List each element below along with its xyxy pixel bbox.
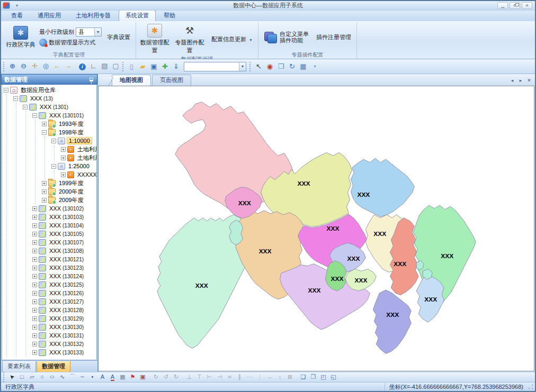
bring-front-icon[interactable]: ◰ [319,373,328,381]
expand-icon[interactable]: + [42,181,47,186]
callout-icon[interactable]: ▣ [138,373,147,381]
tree-node[interactable]: +XXX(130127) [32,297,96,306]
oval-icon[interactable]: ○ [48,373,57,381]
tree-node[interactable]: +2009年度 [42,196,96,204]
add-data-icon[interactable]: ✚ [160,61,170,71]
refresh-icon[interactable]: ↻ [287,61,297,71]
expand-icon[interactable]: + [61,156,66,160]
tree-node[interactable]: +XXX(130103) [32,213,96,221]
tab-data-management[interactable]: 数据管理 [37,361,70,372]
stamp-icon[interactable]: ▤ [100,61,110,71]
expand-icon[interactable]: + [32,333,37,338]
resize-grip[interactable] [528,384,534,390]
expand-icon[interactable]: + [61,172,66,177]
collapse-icon[interactable]: − [23,105,28,110]
custom-menu-plugin-button[interactable]: 自定义菜单 插件功能 [261,29,311,45]
map-region[interactable] [229,220,243,245]
measure-icon[interactable]: ∟ [88,61,99,71]
tab-scroll-left-icon[interactable]: ◂ [508,77,516,84]
zoom-in-icon[interactable]: ⊕ [7,61,17,71]
tree-node[interactable]: +XXX(130123) [32,263,96,272]
expand-icon[interactable]: + [32,240,37,245]
expand-icon[interactable]: + [32,308,37,313]
expand-icon[interactable]: + [32,325,37,330]
expand-icon[interactable]: + [32,249,37,253]
expand-icon[interactable]: + [32,299,37,304]
open-folder-icon[interactable]: ▰ [138,61,148,71]
pan-icon[interactable]: ✛ [30,61,40,71]
toolbar-grip[interactable] [3,372,6,382]
toolbar-grip[interactable] [249,62,252,71]
freehand-icon[interactable]: ∼ [78,373,87,381]
chevron-down-icon[interactable]: ▼ [94,28,101,36]
text-icon[interactable]: A [98,373,107,381]
tree-node[interactable]: +XXX(130130) [32,323,96,331]
expand-icon[interactable]: + [32,266,37,270]
expand-icon[interactable]: + [42,198,47,203]
map-region[interactable] [373,290,411,353]
expand-icon[interactable]: + [32,257,37,262]
tree-node[interactable]: −⌂数据应用仓库 [4,86,96,94]
next-extent-icon[interactable]: → [63,61,73,71]
pin-icon[interactable]: ⚑ [128,373,137,381]
expand-icon[interactable]: + [42,122,47,126]
tab-scroll-right-icon[interactable]: ▸ [517,77,524,84]
tree-node[interactable]: +XXX(130131) [32,331,96,340]
map-canvas[interactable]: XXXXXXXXXXXXXXXXXXXXXXXXXXXXXXXXXXXXXXXX… [98,86,534,371]
expand-icon[interactable]: + [32,223,37,228]
toolbar-grip[interactable] [3,62,6,71]
download-layer-icon[interactable]: ⇓ [171,61,181,71]
collapse-icon[interactable]: − [4,88,8,93]
tree-node[interactable]: −≡1:25000 [51,162,96,170]
overview-icon[interactable]: ▢ [111,61,121,71]
collapse-icon[interactable]: − [32,113,37,118]
chevron-down-icon[interactable]: ▼ [239,62,246,71]
tree-node[interactable]: −≡1:10000 [51,136,96,145]
expand-icon[interactable]: + [32,316,37,321]
point-icon[interactable]: • [88,373,97,381]
expand-icon[interactable]: + [32,206,37,211]
expand-icon[interactable]: + [32,215,37,220]
polyline-icon[interactable]: ∿ [58,373,67,381]
collapse-icon[interactable]: − [42,130,47,135]
expand-icon[interactable]: + [32,274,37,279]
swap-layers-icon[interactable]: ❒ [276,61,286,71]
ellipse-icon[interactable]: ○ [38,373,47,381]
tab-page-view[interactable]: 页面视图 [152,75,191,86]
map-region[interactable] [351,158,414,217]
tree-node[interactable]: +XXX(130132) [32,340,96,348]
tree-node[interactable]: +XXX(130133) [32,348,96,357]
expand-icon[interactable]: + [32,282,37,287]
expand-icon[interactable]: + [32,342,37,347]
tree-node[interactable]: +◗土地利用规划 [61,145,96,153]
collapse-icon[interactable]: − [13,96,18,101]
collapse-icon[interactable]: − [51,164,56,169]
layer-combobox[interactable]: ▼ [184,62,246,71]
tree-node[interactable]: +XXX(130129) [32,314,96,323]
tree-node[interactable]: +2000年度 [42,187,96,196]
tab-system-settings[interactable]: 系统设置 [119,10,156,21]
polygon-icon[interactable]: ▱ [28,373,37,381]
ungroup-icon[interactable]: ❒ [309,373,318,381]
tree-node[interactable]: +XXX(130124) [32,272,96,280]
data-mgmt-config-button[interactable]: ✱ 数据管理配置 [138,23,171,56]
tab-map-view[interactable]: 地图视图 [112,75,151,86]
admin-region-dict-button[interactable]: ✱ 行政区字典 [4,25,37,50]
tree-node[interactable]: −1998年度 [42,128,96,136]
group-icon[interactable]: ❑ [299,373,308,381]
send-back-icon[interactable]: ◱ [329,373,338,381]
tree-node[interactable]: +XXX(130125) [32,280,96,289]
tree-node[interactable]: −XXX(13) [13,94,96,103]
pin-icon[interactable] [90,78,93,81]
tab-landuse[interactable]: 土地利用专题 [69,10,118,21]
expand-icon[interactable]: + [32,350,37,355]
thematic-map-config-button[interactable]: ⚒ 专题图件配置 [173,23,206,56]
select-features-icon[interactable]: ↖ [254,61,264,71]
data-display-mode-button[interactable]: 数据管理显示方式 [39,39,102,47]
zoom-to-selected-icon[interactable]: ◉ [265,61,275,71]
grid-select-icon[interactable]: ▦ [298,61,308,71]
tree-node[interactable]: +1993年度 [42,120,96,128]
rectangle-icon[interactable]: □ [17,373,26,381]
tree-node[interactable]: −XXX(130101) [32,111,96,120]
tree-node[interactable]: +XXX(130105) [32,230,96,238]
